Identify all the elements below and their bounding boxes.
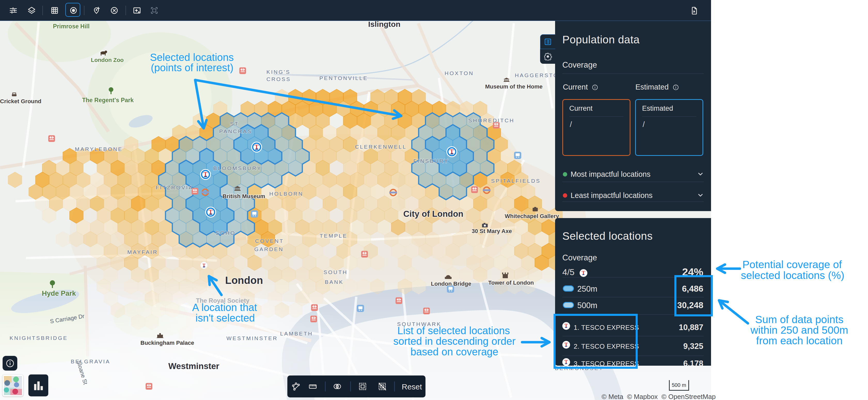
svg-text:British Museum: British Museum [222, 193, 265, 199]
svg-text:WESTMINSTER: WESTMINSTER [226, 335, 278, 341]
svg-text:30 St Mary Axe: 30 St Mary Axe [472, 228, 512, 234]
svg-text:HOXTON: HOXTON [444, 70, 474, 76]
svg-text:Cricket Ground: Cricket Ground [0, 98, 41, 104]
svg-text:ST: ST [230, 121, 239, 127]
svg-text:SPITALFIELDS: SPITALFIELDS [491, 178, 540, 184]
svg-text:FITZROVIA: FITZROVIA [156, 185, 193, 191]
svg-text:London Bridge: London Bridge [431, 280, 471, 287]
svg-text:LAMBETH: LAMBETH [280, 331, 313, 336]
svg-text:CLERKENWELL: CLERKENWELL [355, 144, 407, 150]
svg-text:The Royal Society: The Royal Society [196, 297, 249, 304]
svg-text:MAYFAIR: MAYFAIR [127, 249, 158, 255]
svg-text:Tower of London: Tower of London [488, 279, 534, 286]
svg-text:MARYLEBONE: MARYLEBONE [75, 146, 123, 152]
svg-text:SOHO: SOHO [216, 230, 236, 236]
svg-text:The Regent's Park: The Regent's Park [82, 97, 134, 103]
svg-text:PANCRAS: PANCRAS [219, 128, 252, 134]
svg-text:Buckingham Palace: Buckingham Palace [141, 340, 194, 346]
svg-text:COVENT: COVENT [255, 238, 284, 244]
svg-text:BANK: BANK [325, 279, 344, 285]
svg-text:GARDEN: GARDEN [254, 246, 284, 252]
svg-text:BERMONDSEY: BERMONDSEY [555, 365, 603, 371]
svg-text:TEMPLE: TEMPLE [320, 233, 347, 239]
svg-text:London: London [225, 275, 263, 286]
svg-text:Westminster: Westminster [168, 361, 219, 371]
svg-text:PENTONVILLE: PENTONVILLE [319, 75, 368, 81]
svg-text:SOUTH: SOUTH [323, 269, 348, 275]
svg-text:FINSBURY: FINSBURY [413, 158, 449, 164]
svg-text:Museum of the Home: Museum of the Home [485, 84, 542, 90]
svg-text:London Zoo: London Zoo [91, 57, 124, 63]
svg-text:City of London: City of London [403, 209, 463, 219]
svg-text:CROSS: CROSS [267, 76, 291, 82]
svg-text:KING'S: KING'S [267, 69, 290, 75]
svg-text:Hyde Park: Hyde Park [42, 290, 76, 297]
svg-text:Whitechapel Gallery: Whitechapel Gallery [505, 213, 559, 219]
svg-text:Primrose Hill: Primrose Hill [53, 23, 90, 30]
svg-text:SHOREDITCH: SHOREDITCH [468, 118, 515, 123]
svg-text:BLOOMSBURY: BLOOMSBURY [213, 165, 262, 171]
svg-text:KNIGHTSBRIDGE: KNIGHTSBRIDGE [9, 335, 68, 341]
svg-text:Islington: Islington [368, 21, 400, 28]
svg-text:SOUTHWARK: SOUTHWARK [397, 321, 441, 327]
svg-text:HOLBORN: HOLBORN [269, 191, 303, 197]
